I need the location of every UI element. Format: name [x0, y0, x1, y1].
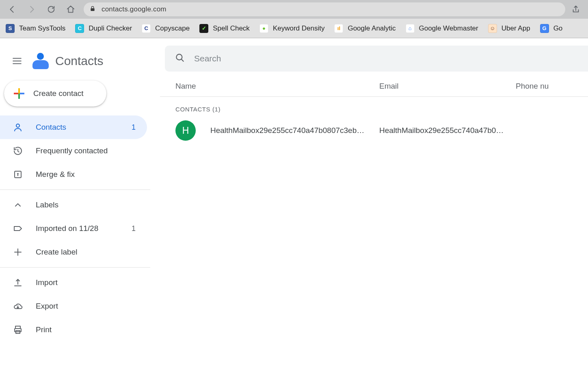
home-button[interactable] [62, 1, 80, 17]
column-headers: Name Email Phone nu [160, 76, 588, 97]
nav-item-label: Merge & fix [36, 170, 136, 179]
favicon-icon: C [142, 24, 151, 33]
nav-labels: Imported on 11/28 1 [0, 217, 150, 240]
create-label-button[interactable]: Create label [0, 240, 147, 264]
main-panel: Name Email Phone nu CONTACTS (1) H Healt… [150, 38, 588, 368]
back-button[interactable] [3, 1, 21, 17]
upload-icon [13, 278, 23, 287]
sidebar-action-import[interactable]: Import [0, 271, 147, 294]
contact-email: HealthMailbox29e255cc740a47b0… [379, 126, 516, 135]
bookmark-item[interactable]: GGo [538, 22, 569, 35]
nav-item-count: 1 [132, 123, 136, 132]
plus-thin-icon [13, 247, 23, 257]
tag-icon [13, 224, 23, 233]
avatar: H [175, 120, 196, 141]
svg-rect-0 [91, 8, 94, 11]
favicon-icon: ⌂ [406, 24, 415, 33]
create-label-label: Create label [36, 248, 136, 257]
nav-primary: Contacts 1 Frequently contacted Merge & … [0, 115, 150, 186]
section-label: CONTACTS (1) [160, 97, 588, 118]
nav-item-count: 1 [132, 224, 136, 233]
favicon-icon: G [540, 24, 549, 33]
plus-icon [14, 88, 24, 99]
favicon-icon: ✓ [199, 24, 208, 33]
bookmark-label: Keyword Density [273, 24, 325, 33]
cloud-icon [13, 301, 23, 311]
merge-icon [13, 170, 23, 179]
reload-button[interactable] [42, 1, 60, 17]
search-input[interactable] [194, 54, 588, 63]
favicon-icon: ● [259, 24, 268, 33]
search-bar[interactable] [165, 46, 588, 72]
sidebar-item-frequently-contacted[interactable]: Frequently contacted [0, 139, 147, 163]
chevron-up-icon [13, 200, 23, 210]
create-contact-label: Create contact [33, 89, 84, 98]
bookmark-item[interactable]: ✓Spell Check [198, 22, 255, 35]
bookmark-label: Dupli Checker [89, 24, 132, 33]
bookmark-item[interactable]: CCopyscape [140, 22, 195, 35]
sidebar: Contacts Create contact Contacts 1 Frequ… [0, 38, 150, 368]
history-icon [13, 146, 23, 156]
bookmark-label: Copyscape [155, 24, 190, 33]
url-text: contacts.google.com [102, 5, 166, 13]
bookmark-label: Team SysTools [19, 24, 65, 33]
menu-button[interactable] [7, 51, 27, 71]
bookmark-label: Uber App [502, 24, 530, 33]
contacts-list: H HealthMailbox29e255cc740a47b0807c3eb… … [150, 118, 588, 144]
contact-row[interactable]: H HealthMailbox29e255cc740a47b0807c3eb… … [160, 118, 588, 144]
sidebar-action-export[interactable]: Export [0, 294, 147, 318]
nav-item-label: Print [36, 325, 136, 334]
sidebar-item-contacts[interactable]: Contacts 1 [0, 115, 147, 139]
nav-actions: Import Export Print [0, 271, 150, 342]
nav-divider [0, 267, 150, 268]
bookmark-label: Google Analytic [348, 24, 396, 33]
column-email[interactable]: Email [379, 82, 516, 91]
app-header: Contacts [0, 46, 150, 76]
labels-header[interactable]: Labels [0, 193, 147, 217]
nav-item-label: Import [36, 278, 136, 287]
bookmark-label: Google Webmaster [419, 24, 478, 33]
favicon-icon: S [6, 24, 15, 33]
sidebar-action-print[interactable]: Print [0, 318, 147, 342]
bookmark-label: Go [553, 24, 563, 33]
svg-point-1 [16, 124, 19, 127]
app-container: Contacts Create contact Contacts 1 Frequ… [0, 38, 588, 368]
person-icon [13, 122, 23, 132]
bookmark-item[interactable]: CDupli Checker [74, 22, 138, 35]
search-icon [175, 52, 185, 65]
browser-toolbar: contacts.google.com [0, 0, 588, 19]
bookmark-item[interactable]: STeam SysTools [4, 22, 71, 35]
bookmark-item[interactable]: ⌂Google Webmaster [404, 22, 484, 35]
nav-divider [0, 189, 150, 190]
column-name[interactable]: Name [175, 82, 379, 91]
share-button[interactable] [567, 5, 585, 14]
nav-item-label: Contacts [36, 123, 119, 132]
favicon-icon: ıl [334, 24, 343, 33]
lock-icon [89, 5, 96, 14]
favicon-icon: ☺ [488, 24, 497, 33]
create-contact-button[interactable]: Create contact [4, 81, 106, 107]
app-logo[interactable]: Contacts [32, 53, 103, 69]
labels-header-label: Labels [36, 200, 136, 209]
bookmark-item[interactable]: ●Keyword Density [258, 22, 331, 35]
print-icon [13, 325, 23, 335]
contact-name: HealthMailbox29e255cc740a47b0807c3eb… [210, 126, 379, 135]
bookmark-item[interactable]: ☺Uber App [486, 22, 536, 35]
favicon-icon: C [75, 24, 84, 33]
column-phone[interactable]: Phone nu [516, 82, 549, 91]
forward-button[interactable] [23, 1, 41, 17]
nav-item-label: Imported on 11/28 [36, 224, 119, 233]
nav-item-label: Export [36, 302, 136, 311]
bookmark-item[interactable]: ılGoogle Analytic [333, 22, 401, 35]
contacts-logo-icon [32, 53, 49, 69]
sidebar-item-merge-fix[interactable]: Merge & fix [0, 163, 147, 186]
bookmark-label: Spell Check [213, 24, 250, 33]
nav-item-label: Frequently contacted [36, 146, 136, 155]
bookmarks-bar: STeam SysToolsCDupli CheckerCCopyscape✓S… [0, 19, 588, 38]
app-title: Contacts [55, 54, 103, 68]
sidebar-label-item[interactable]: Imported on 11/28 1 [0, 217, 147, 240]
address-bar[interactable]: contacts.google.com [84, 2, 565, 16]
